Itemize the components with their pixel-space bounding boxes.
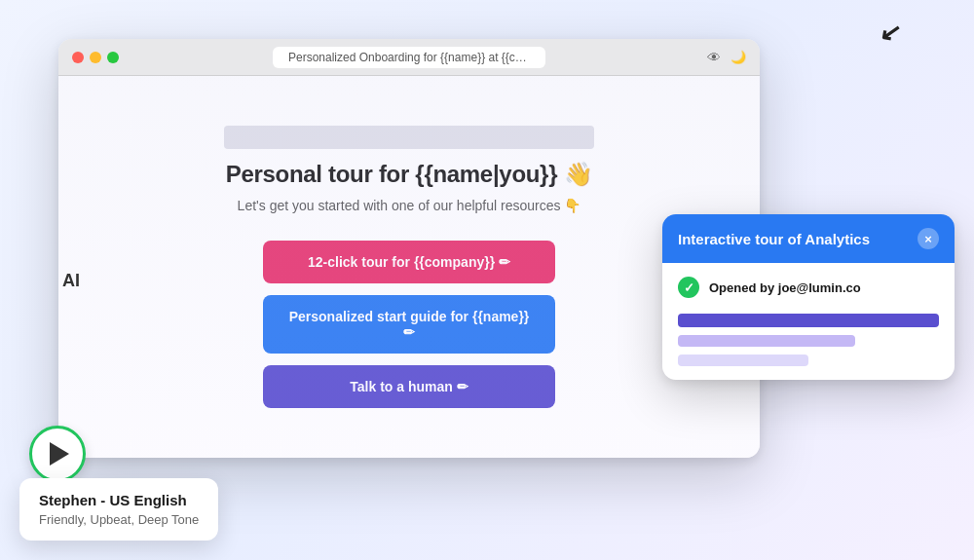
page-title: Personal tour for {{name|you}} 👋 (226, 161, 593, 188)
popup-close-button[interactable]: × (918, 228, 939, 249)
deco-arrow-top: ↙ (877, 16, 903, 49)
voice-description: Friendly, Upbeat, Deep Tone (39, 512, 199, 527)
progress-bar-2 (678, 335, 855, 347)
check-circle: ✓ (678, 277, 699, 298)
popup-body: ✓ Opened by joe@lumin.co (662, 263, 955, 380)
tour-click-button[interactable]: 12-click tour for {{company}} ✏ (263, 241, 555, 283)
eye-icon: 👁 (707, 50, 721, 65)
url-bar: Personalized Onboarding for {{name}} at … (273, 47, 545, 68)
traffic-lights (72, 52, 119, 63)
heading-bar-decoration (224, 126, 594, 149)
voice-name: Stephen - US English (39, 492, 199, 508)
progress-bar-3 (678, 355, 808, 366)
page-subtitle: Let's get you started with one of our he… (238, 198, 581, 213)
analytics-popup: Interactive tour of Analytics × ✓ Opened… (662, 214, 955, 380)
browser-icons: 👁 🌙 (707, 50, 746, 65)
talk-human-button[interactable]: Talk to a human ✏ (263, 365, 555, 408)
voice-card: Stephen - US English Friendly, Upbeat, D… (19, 478, 218, 541)
popup-header: Interactive tour of Analytics × (662, 214, 955, 263)
ai-label: AI (62, 271, 80, 291)
start-guide-button[interactable]: Personalized start guide for {{name}} ✏ (263, 295, 555, 354)
play-icon (50, 442, 69, 466)
popup-title: Interactive tour of Analytics (678, 231, 870, 247)
minimize-dot[interactable] (90, 52, 101, 63)
checkmark-icon: ✓ (684, 280, 694, 295)
moon-icon: 🌙 (730, 50, 746, 64)
button-stack: 12-click tour for {{company}} ✏ Personal… (263, 241, 555, 408)
browser-content: Personal tour for {{name|you}} 👋 Let's g… (58, 76, 760, 458)
play-button[interactable] (29, 426, 86, 482)
progress-bars (678, 314, 939, 366)
close-dot[interactable] (72, 52, 84, 63)
fullscreen-dot[interactable] (107, 52, 119, 63)
opened-row: ✓ Opened by joe@lumin.co (678, 277, 939, 298)
browser-titlebar: Personalized Onboarding for {{name}} at … (58, 39, 760, 76)
browser-window: Personalized Onboarding for {{name}} at … (58, 39, 760, 458)
progress-bar-1 (678, 314, 939, 327)
opened-by-text: Opened by joe@lumin.co (709, 280, 861, 295)
